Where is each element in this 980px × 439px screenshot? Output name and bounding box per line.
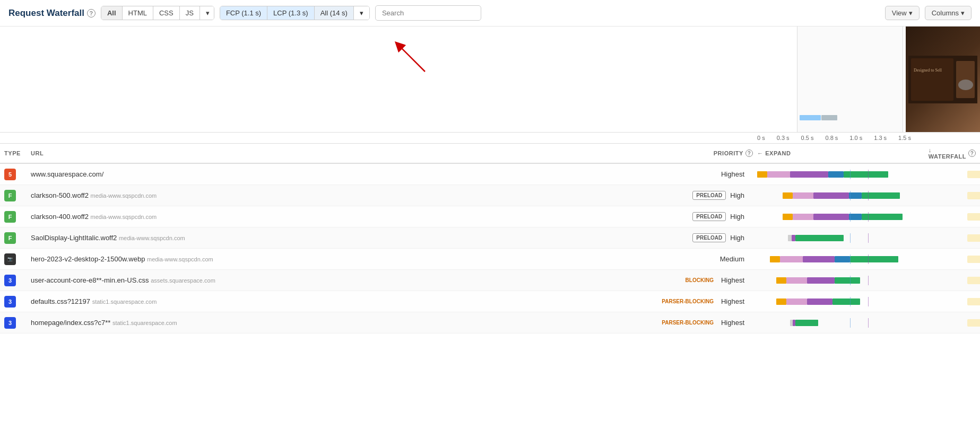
waterfall-help-icon[interactable]: ? [968,150,976,157]
priority-cell: PRELOAD High [684,212,753,221]
url-domain: media-www.sqspcdn.com [91,214,157,220]
view-button[interactable]: View ▾ [885,6,920,20]
type-cell: 3 [4,317,31,329]
priority-help-icon[interactable]: ? [745,150,753,157]
priority-value: Highest [721,297,744,305]
ruler-ticks: 0 s 0.3 s 0.5 s 0.8 s 1.0 s 1.3 s 1.5 s [757,135,980,141]
tick-13: 1.3 s [874,135,887,141]
mini-waterfall-cell [965,298,976,305]
badge-preload: PRELOAD [692,212,726,221]
timeline-ruler: 0 s 0.3 s 0.5 s 0.8 s 1.0 s 1.3 s 1.5 s [0,133,980,144]
mini-waterfall-cell [965,319,976,327]
url-domain: static1.squarespace.com [112,320,177,326]
tick-08: 0.8 s [825,135,838,141]
waterfall-expand-cell [753,191,965,200]
table-row[interactable]: 📷 hero-2023-v2-desktop-2-1500w.webp medi… [0,249,980,270]
search-input[interactable] [375,5,481,21]
url-domain: media-www.sqspcdn.com [147,256,213,262]
url-domain: assets.squarespace.com [151,277,215,284]
badge-blocking: BLOCKING [682,276,717,284]
badge-parser-blocking: PARSER-BLOCKING [658,319,717,327]
url-domain: static1.squarespace.com [92,298,157,305]
col-priority-header: PRIORITY ? [684,150,753,157]
col-waterfall-header: ↓ WATERFALL ? [965,147,976,160]
milestone-dropdown-btn[interactable]: ▾ [354,6,369,20]
url-main: SaolDisplay-LightItalic.woff2 media-www.… [31,234,684,242]
url-main: www.squarespace.com/ [31,170,684,178]
svg-rect-5 [956,61,975,98]
svg-text:Designed to Sell: Designed to Sell [914,68,942,73]
title-help-icon[interactable]: ? [87,9,96,17]
badge-preload: PRELOAD [692,233,726,242]
table-row[interactable]: F clarkson-400.woff2 media-www.sqspcdn.c… [0,206,980,227]
url-main: clarkson-500.woff2 media-www.sqspcdn.com [31,191,684,199]
url-main: defaults.css?12197 static1.squarespace.c… [31,297,684,305]
waterfall-expand-cell [753,276,965,285]
filter-js-btn[interactable]: JS [180,6,200,20]
waterfall-expand-cell [753,318,965,328]
priority-value: High [730,234,744,242]
type-icon-font: F [4,211,16,223]
table-row[interactable]: 5 www.squarespace.com/ Highest [0,164,980,185]
type-icon-html: 5 [4,169,16,180]
priority-value: Highest [721,319,744,327]
url-cell: user-account-core-e8**-min.en-US.css ass… [31,276,684,284]
mini-waterfall-cell [965,234,976,242]
type-cell: 3 [4,275,31,286]
table-row[interactable]: 3 homepage/index.css?c7** static1.square… [0,312,980,333]
svg-point-6 [958,80,973,90]
waterfall-expand-cell [753,297,965,306]
milestone-group: FCP (1.1 s) LCP (1.3 s) All (14 s) ▾ [220,6,370,20]
url-cell: www.squarespace.com/ [31,170,684,178]
url-main: hero-2023-v2-desktop-2-1500w.webp media-… [31,255,684,263]
tick-05: 0.5 s [801,135,814,141]
priority-cell: PRELOAD High [684,233,753,242]
tick-10: 1.0 s [849,135,862,141]
table-row[interactable]: F clarkson-500.woff2 media-www.sqspcdn.c… [0,185,980,206]
filter-html-btn[interactable]: HTML [123,6,153,20]
filter-dropdown-chevron: ▾ [206,9,210,17]
mini-waterfall-cell [965,171,976,178]
view-chevron-icon: ▾ [909,9,913,17]
columns-button[interactable]: Columns ▾ [925,6,972,20]
badge-preload: PRELOAD [692,191,726,200]
waterfall-expand-cell [753,212,965,222]
type-cell: 📷 [4,253,31,265]
filter-all-btn[interactable]: All [101,6,123,20]
priority-cell: BLOCKING Highest [684,276,753,284]
title-text: Request Waterfall [8,8,84,19]
priority-cell: Medium [684,255,753,263]
mini-waterfall-cell [965,213,976,221]
url-main: homepage/index.css?c7** static1.squaresp… [31,319,684,327]
filter-more-btn[interactable]: ▾ [200,6,214,20]
type-icon-css: 3 [4,296,16,308]
fcp-btn[interactable]: FCP (1.1 s) [220,6,267,20]
url-main: clarkson-400.woff2 media-www.sqspcdn.com [31,213,684,221]
url-cell: hero-2023-v2-desktop-2-1500w.webp media-… [31,255,684,263]
type-icon-font: F [4,190,16,201]
priority-cell: PRELOAD High [684,191,753,200]
screenshot-image: Designed to Sell [906,27,980,132]
all-milestones-btn[interactable]: All (14 s) [315,6,354,20]
col-url-header: URL [31,150,684,156]
table-body: 5 www.squarespace.com/ Highest F clarkso… [0,164,980,435]
columns-label: Columns [932,9,959,17]
type-cell: F [4,232,31,244]
lcp-btn[interactable]: LCP (1.3 s) [267,6,315,20]
filter-css-btn[interactable]: CSS [153,6,180,20]
url-cell: SaolDisplay-LightItalic.woff2 media-www.… [31,234,684,242]
table-row[interactable]: F SaolDisplay-LightItalic.woff2 media-ww… [0,227,980,249]
type-icon-font: F [4,232,16,244]
url-cell: homepage/index.css?c7** static1.squaresp… [31,319,684,327]
table-row[interactable]: 3 user-account-core-e8**-min.en-US.css a… [0,270,980,291]
type-cell: F [4,190,31,201]
priority-value: Highest [721,276,744,284]
url-cell: clarkson-500.woff2 media-www.sqspcdn.com [31,191,684,199]
preview-area: Designed to Sell [0,27,980,133]
badge-parser-blocking: PARSER-BLOCKING [658,297,717,305]
priority-cell: PARSER-BLOCKING Highest [684,297,753,305]
tick-15: 1.5 s [898,135,911,141]
table-row[interactable]: 3 defaults.css?12197 static1.squarespace… [0,291,980,312]
priority-value: Medium [720,255,744,263]
page-title: Request Waterfall ? [8,8,96,19]
